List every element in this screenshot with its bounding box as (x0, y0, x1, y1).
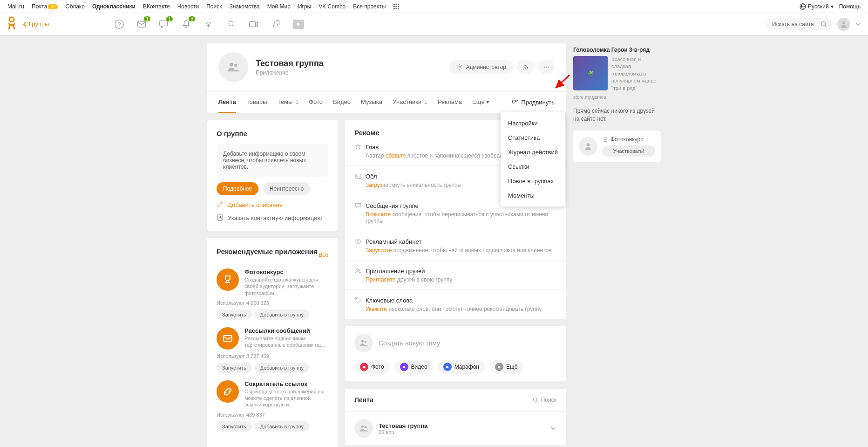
svg-point-20 (230, 63, 233, 67)
add-contact-link[interactable]: Указать контактную информацию (217, 214, 328, 221)
app-add-button[interactable]: Добавить в группу (255, 421, 310, 432)
chip-Фото[interactable]: ●Фото (354, 360, 390, 374)
topbar-item-6[interactable]: Поиск (206, 3, 222, 10)
marks-icon[interactable] (226, 19, 236, 29)
tab-Видео[interactable]: Видео (333, 92, 351, 113)
svg-point-37 (356, 298, 357, 299)
dropdown-item-Моменты[interactable]: Моменты (501, 188, 565, 203)
app-run-button[interactable]: Запустить (217, 309, 252, 320)
topbar-item-2[interactable]: Облако (65, 3, 84, 10)
app-name[interactable]: Сократитель ссылок (244, 380, 328, 387)
contest-avatar (579, 137, 597, 156)
user-avatar[interactable] (837, 18, 850, 31)
discussions-icon[interactable]: 1 (159, 19, 169, 29)
app-add-button[interactable]: Добавить в группу (255, 363, 310, 373)
dropdown-item-Статистика[interactable]: Статистика (501, 131, 565, 145)
topbar-item-7[interactable]: Знакомства (229, 3, 259, 10)
svg-line-27 (556, 75, 570, 88)
language-switcher[interactable]: Русский ▾ (800, 3, 834, 10)
chip-Марафон[interactable]: ●Марафон (438, 360, 485, 374)
topbar-item-1[interactable]: Почта62 (32, 3, 58, 10)
contest-title: Фотоконкурс (602, 136, 655, 143)
admin-button[interactable]: Администратор (449, 60, 514, 74)
svg-rect-8 (398, 8, 399, 9)
about-info: Добавьте информацию о своем бизнесе, что… (217, 144, 328, 177)
video-icon[interactable] (248, 19, 258, 29)
ad-card[interactable]: Головоломка Герои 3-в-ряд 🧩 Красочная и … (573, 43, 661, 100)
tv-icon[interactable] (293, 20, 304, 29)
topbar-item-11[interactable]: Все проекты (353, 3, 386, 10)
music-icon[interactable] (271, 19, 281, 29)
topbar-item-8[interactable]: Мой Мир (267, 3, 291, 10)
rec-item[interactable]: Приглашение друзейПригласите друзей в св… (345, 261, 566, 290)
post-avatar (354, 419, 373, 438)
app-icon (217, 327, 239, 350)
group-tabs: ЛентаТоварыТемы 1ФотоВидеоМузыкаУчастник… (207, 91, 566, 113)
tab-Товары[interactable]: Товары (246, 92, 267, 113)
contest-participate-button[interactable]: Участвовать! (602, 145, 655, 157)
tab-Темы[interactable]: Темы 1 (278, 92, 299, 113)
messages-icon[interactable]: 1 (136, 19, 147, 29)
about-more-button[interactable]: Подробнее (217, 182, 258, 195)
rec-item[interactable]: Рекламный кабинетЗапустите продвижение, … (345, 231, 566, 261)
app-usage: Используют 489 837 (217, 412, 328, 418)
dropdown-item-Журнал действий[interactable]: Журнал действий (501, 145, 565, 159)
dropdown-item-Настройки[interactable]: Настройки (501, 116, 565, 131)
svg-point-32 (356, 175, 357, 176)
help-icon[interactable]: ? (114, 19, 124, 29)
app-run-button[interactable]: Запустить (217, 363, 252, 373)
notifications-icon[interactable]: 3 (181, 19, 191, 29)
more-button[interactable] (538, 60, 555, 74)
tab-Фото[interactable]: Фото (309, 92, 323, 113)
chip-Видео[interactable]: ●Видео (394, 360, 433, 374)
help-link[interactable]: Помощь (839, 3, 861, 10)
tab-Реклама[interactable]: Реклама (438, 92, 462, 113)
chevron-down-icon[interactable] (856, 22, 861, 27)
topbar-item-4[interactable]: ВКонтакте (143, 3, 170, 10)
tab-Лента[interactable]: Лента (218, 92, 236, 113)
promote-link[interactable]: Продвинуть (512, 99, 555, 106)
svg-point-22 (459, 66, 461, 68)
guests-icon[interactable] (203, 19, 214, 29)
ok-logo[interactable] (7, 16, 16, 32)
add-description-link[interactable]: Добавить описание (217, 201, 328, 208)
compose-avatar (354, 334, 373, 352)
tab-Музыка[interactable]: Музыка (361, 92, 382, 113)
svg-rect-16 (250, 21, 256, 27)
app-item: ФотоконкурсСоздавайте фотоконкурсы для с… (217, 268, 328, 296)
tab-Ещё[interactable]: Ещё ▾ (472, 92, 489, 113)
topbar-item-10[interactable]: VK Combo (319, 3, 346, 10)
post-author: Тестовая группа (379, 422, 427, 429)
back-to-groups[interactable]: Группы (23, 21, 49, 28)
post-collapse-icon[interactable] (550, 425, 556, 432)
compose-placeholder[interactable]: Создать новую тему (379, 339, 440, 347)
app-name[interactable]: Фотоконкурс (244, 268, 328, 275)
app-desc: Рассылайте подписчикам таргетированные с… (244, 335, 328, 349)
dropdown-item-Новое в группах[interactable]: Новое в группах (501, 174, 565, 188)
contest-card: Фотоконкурс Участвовать! (573, 131, 661, 162)
svg-point-43 (364, 426, 366, 428)
rss-button[interactable] (517, 60, 534, 74)
chip-Ещё[interactable]: ●Ещё (489, 360, 523, 374)
topbar-services: Mail.ruПочта62ОблакоОдноклассникиВКонтак… (7, 3, 386, 10)
topbar-item-0[interactable]: Mail.ru (7, 3, 24, 10)
app-run-button[interactable]: Запустить (217, 421, 252, 432)
search-icon (821, 21, 827, 28)
topbar: Mail.ruПочта62ОблакоОдноклассникиВКонтак… (0, 0, 868, 13)
app-name[interactable]: Рассылки сообщений (244, 327, 328, 334)
grid-icon[interactable] (393, 3, 400, 10)
tab-Участники[interactable]: Участники 1 (393, 92, 427, 113)
app-add-button[interactable]: Добавить в группу (255, 309, 310, 320)
rec-item[interactable]: Ключевые словаУкажите несколько слов, он… (345, 290, 566, 319)
about-dismiss-button[interactable]: Неинтересно (263, 182, 310, 195)
feed-search[interactable]: Поиск (533, 397, 556, 403)
apps-all-link[interactable]: Все (319, 252, 328, 258)
globe-icon (800, 3, 806, 10)
feed-card: Лента Поиск Тестовая группа 25 апр (345, 389, 566, 445)
topbar-item-3[interactable]: Одноклассники (92, 3, 136, 10)
dropdown-item-Ссылки[interactable]: Ссылки (501, 159, 565, 174)
topbar-item-9[interactable]: Игры (298, 3, 311, 10)
group-avatar[interactable] (218, 52, 248, 82)
feed-post[interactable]: Тестовая группа 25 апр (345, 412, 566, 445)
topbar-item-5[interactable]: Новости (177, 3, 199, 10)
